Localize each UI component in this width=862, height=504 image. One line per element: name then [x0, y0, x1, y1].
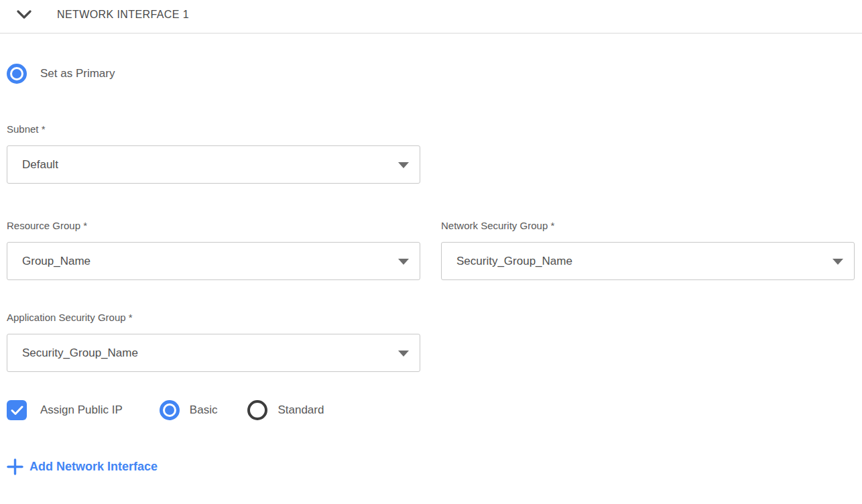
caret-down-icon [398, 259, 409, 265]
chevron-down-icon[interactable] [17, 10, 32, 19]
resource-group-dropdown[interactable]: Group_Name [7, 242, 420, 280]
application-security-group-value: Security_Group_Name [22, 346, 138, 360]
application-security-group-field: Application Security Group * Security_Gr… [7, 311, 420, 372]
application-security-group-dropdown[interactable]: Security_Group_Name [7, 334, 420, 372]
subnet-value: Default [22, 158, 58, 172]
checkbox-checked-icon[interactable] [7, 400, 27, 420]
standard-label: Standard [278, 403, 324, 417]
standard-radio[interactable]: Standard [247, 400, 324, 420]
network-security-group-dropdown[interactable]: Security_Group_Name [441, 242, 855, 280]
caret-down-icon [398, 162, 409, 168]
assign-public-ip-label: Assign Public IP [40, 403, 123, 417]
section-divider [0, 33, 862, 34]
subnet-label: Subnet * [7, 123, 420, 136]
resource-group-field: Resource Group * Group_Name [7, 219, 420, 280]
resource-group-label: Resource Group * [7, 219, 420, 233]
basic-radio[interactable]: Basic [160, 400, 218, 420]
subnet-field: Subnet * Default [7, 123, 420, 184]
basic-label: Basic [190, 403, 218, 417]
section-header[interactable]: NETWORK INTERFACE 1 [0, 0, 862, 21]
radio-unselected-icon[interactable] [247, 400, 267, 420]
network-interface-section: NETWORK INTERFACE 1 Set as Primary Subne… [0, 0, 862, 504]
assign-public-ip-checkbox[interactable]: Assign Public IP [7, 400, 123, 420]
plus-icon [7, 458, 23, 475]
add-network-interface-button[interactable]: Add Network Interface [0, 458, 158, 475]
caret-down-icon [398, 351, 409, 357]
subnet-dropdown[interactable]: Default [7, 145, 420, 184]
add-network-interface-label: Add Network Interface [29, 460, 158, 474]
caret-down-icon [833, 259, 843, 265]
application-security-group-label: Application Security Group * [7, 311, 420, 324]
network-security-group-value: Security_Group_Name [456, 255, 572, 268]
radio-selected-icon[interactable] [160, 400, 180, 420]
network-security-group-label: Network Security Group * [441, 219, 855, 233]
set-as-primary-radio[interactable]: Set as Primary [7, 64, 862, 84]
radio-selected-icon[interactable] [7, 64, 27, 84]
network-security-group-field: Network Security Group * Security_Group_… [441, 219, 855, 280]
resource-group-value: Group_Name [22, 255, 90, 268]
set-as-primary-label: Set as Primary [40, 67, 115, 80]
section-title: NETWORK INTERFACE 1 [57, 9, 189, 21]
